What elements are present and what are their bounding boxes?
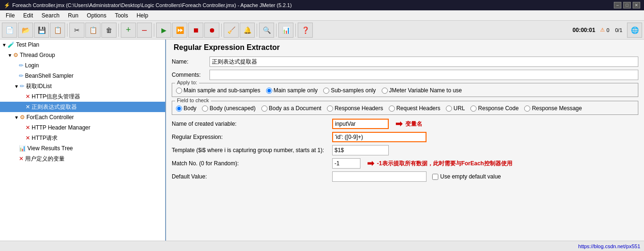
radio-url[interactable]: URL [446,105,465,112]
sep4 [221,24,222,37]
regex-label: Regular Expression: [172,134,332,140]
field-to-check-legend: Field to check [175,97,211,103]
radio-main-only[interactable]: Main sample only [266,87,318,94]
regex-label: 正则表达式提取器 [32,103,77,111]
cut-button[interactable]: ✂ [69,23,84,38]
delete-button[interactable]: 🗑 [101,23,117,38]
matchno-row: Match No. (0 for Random): ➡ -1表示提取所有数据，此… [172,158,638,169]
toolbar: 📄 📂 💾 📋 ✂ 📋 🗑 + – ▶ ⏩ ⏹ ⏺ 🧹 🔔 🔍 📊 ❓ 00:0… [0,21,644,40]
expand-threadgroup[interactable]: ▼ [8,53,12,58]
sep5 [257,24,257,37]
close-button[interactable]: ✕ [633,2,640,8]
sep7 [295,24,296,37]
template-input[interactable] [332,145,389,155]
template-row: Template ($i$ where i is capturing group… [172,145,638,155]
start-no-pause-button[interactable]: ⏩ [172,23,187,38]
sep3 [154,24,154,37]
radio-req-headers[interactable]: Request Headers [389,105,440,112]
tree-item-testplan[interactable]: ▼ 🧪 Test Plan [0,40,165,50]
default-val-label: Default Value: [172,173,332,180]
tree-item-httpheadermgr[interactable]: ✕ HTTP信息头管理器 [0,91,165,102]
radio-resp-message[interactable]: Response Message [524,105,582,112]
menu-help[interactable]: Help [133,11,152,20]
radio-resp-headers[interactable]: Response Headers [327,105,383,112]
help-button[interactable]: ❓ [298,23,313,38]
shutdown-button[interactable]: ⏺ [204,23,219,38]
radio-jmeter-var[interactable]: JMeter Variable Name to use [382,87,462,94]
app-icon: ⚡ [4,2,10,8]
tree-item-httpheader[interactable]: ✕ HTTP Header Manager [0,122,165,133]
radio-resp-code[interactable]: Response Code [470,105,519,112]
tree-item-getidlist[interactable]: ▼ ✏ 获取IDList [0,81,165,91]
maximize-button[interactable]: □ [623,2,631,8]
copy-button[interactable]: 📋 [85,23,100,38]
new-button[interactable]: 📄 [2,23,17,38]
menu-search[interactable]: Search [38,11,63,20]
radio-sub-only[interactable]: Sub-samples only [323,87,376,94]
expand-testplan[interactable]: ▼ [2,42,7,48]
use-empty-default-checkbox[interactable] [432,174,438,180]
testplan-label: Test Plan [16,41,39,48]
created-var-input[interactable] [332,119,389,129]
tree-item-viewresults[interactable]: 📊 View Results Tree [0,143,165,154]
tree-item-threadgroup[interactable]: ▼ ⚙ Thread Group [0,50,165,60]
expand-foreach[interactable]: ▼ [14,115,19,120]
radio-jmeter-var-label: JMeter Variable Name to use [389,87,462,94]
testplan-icon: 🧪 [8,41,15,48]
menu-edit[interactable]: Edit [19,11,37,20]
window-controls[interactable]: – □ ✕ [614,2,640,8]
title-text: Foreach Controller.jmx (C:\Users\Adminis… [12,2,292,8]
httpreq-icon: ✕ [25,135,30,141]
saveas-button[interactable]: 📋 [50,23,65,38]
add-button[interactable]: + [121,23,136,38]
save-button[interactable]: 💾 [34,23,49,38]
httpheadermgr-icon: ✕ [25,93,30,100]
default-val-input[interactable] [332,171,427,182]
expand-getidlist[interactable]: ▼ [14,84,19,89]
stop-button[interactable]: ⏹ [188,23,203,38]
elapsed-time: 00:00:01 [573,27,595,33]
search-button[interactable]: 🔍 [259,23,274,38]
menu-options[interactable]: Options [83,11,110,20]
title-bar: ⚡ Foreach Controller.jmx (C:\Users\Admin… [0,0,644,10]
httpheadermgr-label: HTTP信息头管理器 [32,93,80,101]
radio-body[interactable]: Body [176,105,196,112]
comments-row: Comments: [172,70,638,80]
name-label: Name: [172,58,209,65]
radio-main-sub[interactable]: Main sample and sub-samples [176,87,260,94]
tree-item-login[interactable]: ✏ Login [0,60,165,71]
panel-title: Regular Expression Extractor [172,43,638,52]
name-input[interactable] [209,57,638,67]
menu-file[interactable]: File [2,11,18,20]
tree-item-httpreq[interactable]: ✕ HTTP请求 [0,133,165,143]
regex-input[interactable] [332,132,427,142]
start-button[interactable]: ▶ [156,23,171,38]
menu-run[interactable]: Run [64,11,82,20]
tree-item-regex[interactable]: ✕ 正则表达式提取器 [0,102,165,112]
use-empty-default-option[interactable]: Use empty default value [432,173,501,180]
extractor-panel: Regular Expression Extractor Name: Comme… [166,40,644,188]
radio-req-headers-label: Request Headers [396,105,440,112]
status-url: https://blog.csdn.net/px551 [578,243,640,249]
beanshell-label: BeanShell Sampler [25,73,74,79]
main-layout: ▼ 🧪 Test Plan ▼ ⚙ Thread Group ✏ Login ✏… [0,40,644,241]
test-tree: ▼ 🧪 Test Plan ▼ ⚙ Thread Group ✏ Login ✏… [0,40,166,241]
clear-all-button[interactable]: 🔔 [240,23,255,38]
tree-item-uservars[interactable]: ✕ 用户定义的变量 [0,154,165,164]
sep2 [118,24,119,37]
clear-button[interactable]: 🧹 [224,23,239,38]
tree-item-beanshell[interactable]: ✏ BeanShell Sampler [0,71,165,81]
menu-tools[interactable]: Tools [111,11,132,20]
radio-resp-code-label: Response Code [478,105,519,112]
matchno-input[interactable] [332,158,360,169]
remove-button[interactable]: – [137,23,152,38]
radio-body-unescaped[interactable]: Body (unescaped) [202,105,255,112]
template-button[interactable]: 📊 [278,23,293,38]
comments-input[interactable] [209,70,638,80]
minimize-button[interactable]: – [614,2,621,8]
open-button[interactable]: 📂 [18,23,33,38]
getidlist-label: 获取IDList [26,82,52,90]
radio-body-document[interactable]: Body as a Document [261,105,321,112]
tree-item-foreach[interactable]: ▼ ⚙ ForEach Controller [0,112,165,122]
remote-button[interactable]: 🌐 [627,23,642,38]
